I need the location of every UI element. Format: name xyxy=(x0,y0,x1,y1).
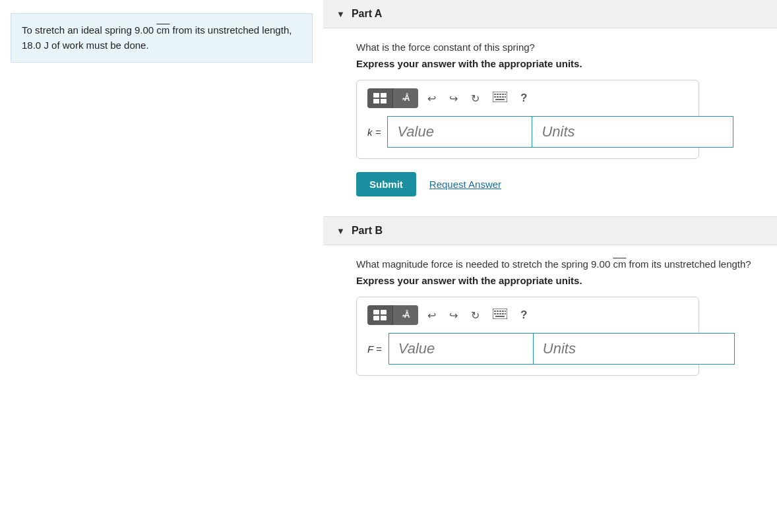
svg-rect-11 xyxy=(497,96,499,98)
part-b-content: What magnitude force is needed to stretc… xyxy=(323,245,777,409)
part-a-value-input[interactable] xyxy=(387,116,532,148)
angstrom-icon-b: ₙÅ xyxy=(398,309,413,321)
svg-rect-26 xyxy=(494,313,496,314)
part-b-unit-cm: cm xyxy=(613,258,626,270)
part-a-actions: Submit Request Answer xyxy=(356,172,757,196)
svg-rect-9 xyxy=(505,94,506,95)
part-a-input-row: k = xyxy=(367,116,688,148)
part-a-content: What is the force constant of this sprin… xyxy=(323,28,777,216)
svg-rect-27 xyxy=(497,313,499,314)
part-a-instruction: Express your answer with the appropriate… xyxy=(356,58,757,69)
part-b-undo-btn[interactable]: ↩ xyxy=(423,307,440,324)
matrix-icon xyxy=(373,92,387,104)
svg-rect-8 xyxy=(502,94,504,95)
keyboard-icon xyxy=(493,92,507,102)
part-b-answer-container: ₙÅ ↩ ↪ ↻ xyxy=(356,297,699,376)
svg-rect-21 xyxy=(494,310,496,312)
part-a-redo-btn[interactable]: ↪ xyxy=(445,90,462,107)
svg-rect-2 xyxy=(373,99,379,103)
part-b-value-input[interactable] xyxy=(388,333,534,365)
part-b-toolbar: ₙÅ ↩ ↪ ↻ xyxy=(367,305,688,325)
svg-rect-0 xyxy=(373,93,379,98)
problem-statement: To stretch an ideal spring 9.00 cm from … xyxy=(11,13,313,63)
keyboard-icon-b xyxy=(493,309,507,319)
part-b-help-btn[interactable]: ? xyxy=(516,306,531,324)
svg-rect-16 xyxy=(373,310,379,314)
info-text: To stretch an ideal spring 9.00 cm from … xyxy=(22,24,292,51)
svg-rect-22 xyxy=(497,310,499,312)
svg-rect-1 xyxy=(381,93,387,98)
part-a-help-btn[interactable]: ? xyxy=(516,89,531,107)
angstrom-icon: ₙÅ xyxy=(398,92,413,104)
part-a-angstrom-btn[interactable]: ₙÅ xyxy=(393,88,418,108)
left-panel: To stretch an ideal spring 9.00 cm from … xyxy=(0,0,323,532)
part-b-chevron-icon[interactable]: ▼ xyxy=(336,226,345,236)
part-b-section: ▼ Part B What magnitude force is needed … xyxy=(323,217,777,409)
part-a-units-input[interactable] xyxy=(532,116,733,148)
svg-rect-3 xyxy=(381,99,387,103)
svg-rect-28 xyxy=(499,313,501,314)
part-a-label: k = xyxy=(367,127,381,138)
part-b-matrix-btn[interactable] xyxy=(367,305,393,325)
svg-rect-15 xyxy=(495,99,505,100)
part-b-units-input[interactable] xyxy=(534,333,735,365)
part-a-question: What is the force constant of this sprin… xyxy=(356,42,757,53)
part-b-input-row: F = xyxy=(367,333,688,365)
part-b-redo-btn[interactable]: ↪ xyxy=(445,307,462,324)
svg-rect-23 xyxy=(499,310,501,312)
part-b-format-group: ₙÅ xyxy=(367,305,418,325)
unit-J: J xyxy=(44,40,49,51)
svg-rect-5 xyxy=(494,94,496,95)
svg-rect-7 xyxy=(499,94,501,95)
svg-rect-6 xyxy=(497,94,499,95)
svg-rect-13 xyxy=(502,96,504,98)
svg-rect-24 xyxy=(502,310,504,312)
part-b-instruction: Express your answer with the appropriate… xyxy=(356,275,757,286)
svg-rect-25 xyxy=(505,310,506,312)
part-a-title: Part A xyxy=(352,8,383,20)
matrix-icon-b xyxy=(373,309,387,321)
svg-rect-29 xyxy=(502,313,504,314)
part-a-chevron-icon[interactable]: ▼ xyxy=(336,9,345,19)
part-a-submit-button[interactable]: Submit xyxy=(356,172,416,196)
part-a-reset-btn[interactable]: ↻ xyxy=(467,90,483,107)
svg-rect-14 xyxy=(505,96,506,98)
part-b-question: What magnitude force is needed to stretc… xyxy=(356,258,757,270)
part-a-request-answer-link[interactable]: Request Answer xyxy=(429,179,501,190)
part-b-header: ▼ Part B xyxy=(323,217,777,245)
svg-rect-10 xyxy=(494,96,496,98)
right-panel: ▼ Part A What is the force constant of t… xyxy=(323,0,777,532)
svg-rect-31 xyxy=(495,316,505,317)
svg-rect-12 xyxy=(499,96,501,98)
part-b-label: F = xyxy=(367,343,382,355)
part-a-answer-container: ₙÅ ↩ ↪ ↻ xyxy=(356,80,699,159)
part-b-angstrom-btn[interactable]: ₙÅ xyxy=(393,305,418,325)
part-a-undo-btn[interactable]: ↩ xyxy=(423,90,440,107)
part-a-header: ▼ Part A xyxy=(323,0,777,28)
part-a-keyboard-btn[interactable] xyxy=(489,89,511,107)
part-a-format-group: ₙÅ xyxy=(367,88,418,108)
unit-cm: cm xyxy=(156,24,170,36)
svg-rect-17 xyxy=(381,310,387,314)
svg-rect-30 xyxy=(505,313,506,314)
part-b-keyboard-btn[interactable] xyxy=(489,306,511,324)
part-a-toolbar: ₙÅ ↩ ↪ ↻ xyxy=(367,88,688,108)
part-b-title: Part B xyxy=(352,225,383,237)
part-a-matrix-btn[interactable] xyxy=(367,88,393,108)
part-a-section: ▼ Part A What is the force constant of t… xyxy=(323,0,777,216)
svg-rect-18 xyxy=(373,316,379,320)
part-b-reset-btn[interactable]: ↻ xyxy=(467,307,483,324)
svg-rect-19 xyxy=(381,316,387,320)
